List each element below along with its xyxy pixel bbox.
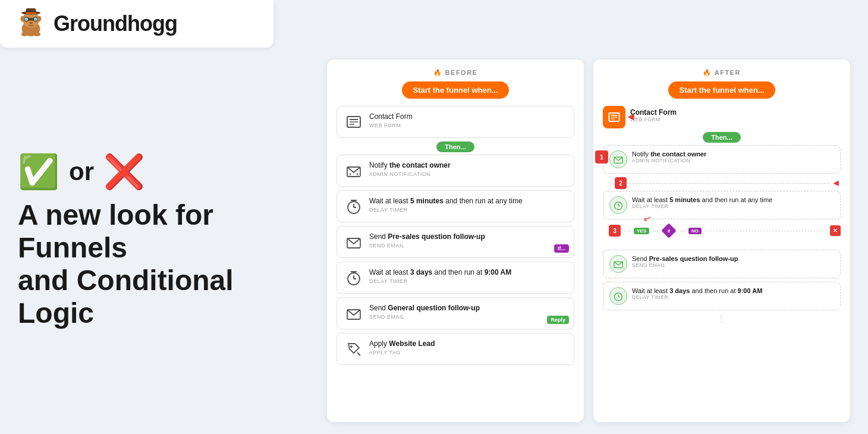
after-presales-subtitle: SEND EMAIL	[632, 262, 738, 268]
before-wait3-subtitle: DELAY TIMER	[369, 278, 567, 284]
wait3-icon	[344, 268, 363, 287]
after-wait5-title: Wait at least 5 minutes and then run at …	[632, 196, 772, 203]
svg-rect-4	[26, 12, 36, 14]
svg-point-9	[21, 16, 25, 22]
dash-1	[624, 231, 631, 231]
after-wait3-subtitle: DELAY TIMER	[632, 294, 762, 300]
red-arrow-1: ◄	[625, 111, 636, 123]
before-notify-title: Notify the contact owner	[369, 161, 567, 171]
step-num-2: 2	[615, 177, 627, 189]
headline-line1: A new look for Funnels and Conditional L…	[18, 199, 315, 330]
before-general-title: Send General question follow-up	[369, 304, 567, 313]
svg-point-6	[24, 17, 29, 21]
step-num-1: 1	[595, 150, 608, 163]
logo-text: Groundhogg	[54, 11, 177, 36]
before-wait5-subtitle: DELAY TIMER	[369, 207, 567, 213]
headline: ✅ or ❌ A new look for Funnels and Condit…	[18, 152, 315, 330]
right-panel: 🔥 BEFORE Start the funnel when... Contac…	[327, 59, 850, 422]
before-presales-subtitle: SEND EMAIL	[369, 243, 567, 249]
before-step-wait5: Wait at least 5 minutes and then run at …	[336, 190, 574, 222]
applytag-icon	[344, 339, 363, 358]
before-step-contact-form-content: Contact Form WEB FORM	[369, 112, 567, 128]
svg-point-7	[33, 17, 37, 21]
red-arrow-2: ◄	[831, 178, 841, 188]
wait5-icon	[344, 197, 363, 216]
before-presales-title: Send Pre-sales question follow-up	[369, 232, 567, 242]
after-contact-form-subtitle: WEB FORM	[630, 117, 841, 122]
before-step-applytag: Apply Website Lead APPLY TAG	[336, 333, 574, 365]
notify-icon	[344, 161, 363, 180]
svg-point-10	[37, 16, 42, 22]
after-notify-icon	[609, 150, 627, 168]
before-step-notify: Notify the contact owner ADMIN NOTIFICAT…	[336, 155, 574, 187]
presales-icon	[344, 232, 363, 251]
after-notify-title: Notify the contact owner	[632, 150, 706, 158]
bottom-dots: ⋮	[603, 314, 841, 323]
x-emoji: ❌	[103, 152, 145, 191]
or-text: or	[69, 158, 94, 186]
dash-connector-2	[629, 183, 829, 184]
svg-line-33	[357, 353, 360, 356]
before-step-wait3: Wait at least 3 days and then run at 9:0…	[336, 262, 574, 294]
before-contact-form-title: Contact Form	[369, 112, 567, 122]
before-step-wait5-content: Wait at least 5 minutes and then run at …	[369, 197, 567, 213]
svg-point-12	[34, 32, 40, 36]
x-badge: ✕	[830, 225, 841, 236]
after-presales-content: Send Pre-sales question follow-up SEND E…	[632, 255, 738, 268]
before-notify-subtitle: ADMIN NOTIFICATION	[369, 171, 567, 177]
before-column: 🔥 BEFORE Start the funnel when... Contac…	[327, 59, 584, 422]
after-contact-form-title: Contact Form	[630, 108, 841, 117]
step-num-3: 3	[609, 225, 621, 237]
after-column: 🔥 AFTER Start the funnel when... ◄ Conta…	[593, 59, 850, 422]
before-step-presales-content: Send Pre-sales question follow-up SEND E…	[369, 232, 567, 249]
dash-4	[705, 231, 827, 231]
yes-label: YES	[634, 228, 649, 234]
after-then-label: Then...	[703, 132, 740, 143]
after-start-button[interactable]: Start the funnel when...	[668, 81, 775, 99]
check-emoji: ✅	[18, 152, 59, 191]
before-step-wait3-content: Wait at least 3 days and then run at 9:0…	[369, 268, 567, 284]
step-2-connector: 2 ◄	[615, 177, 841, 189]
before-step-contact-form: Contact Form WEB FORM	[336, 106, 574, 138]
after-label: 🔥 AFTER	[603, 69, 841, 77]
before-contact-form-subtitle: WEB FORM	[369, 122, 567, 128]
after-step-presales: Send Pre-sales question follow-up SEND E…	[603, 250, 841, 278]
check-x-row: ✅ or ❌	[18, 152, 315, 191]
after-wait3-icon	[609, 287, 627, 305]
left-panel: ✅ or ❌ A new look for Funnels and Condit…	[18, 59, 315, 422]
before-then-label: Then...	[436, 141, 474, 152]
after-presales-icon	[609, 255, 627, 273]
before-general-subtitle: SEND EMAIL	[369, 314, 567, 320]
contact-form-icon	[344, 112, 363, 131]
before-step-general-content: Send General question follow-up SEND EMA…	[369, 304, 567, 320]
before-step-general: Send General question follow-up SEND EMA…	[336, 297, 574, 329]
before-step-notify-content: Notify the contact owner ADMIN NOTIFICAT…	[369, 161, 567, 177]
after-wait3-title: Wait at least 3 days and then run at 9:0…	[632, 287, 762, 294]
conditional-logic-row: 3 YES If NO ✕	[603, 223, 841, 238]
header-logo: Groundhogg	[0, 0, 273, 48]
if-badge: If...	[554, 244, 569, 253]
svg-point-32	[350, 345, 353, 348]
svg-point-11	[21, 32, 28, 36]
before-start-button[interactable]: Start the funnel when...	[402, 81, 508, 99]
after-contact-form-content: Contact Form WEB FORM	[630, 106, 841, 122]
before-step-presales: Send Pre-sales question follow-up SEND E…	[336, 226, 574, 258]
after-wait5-content: Wait at least 5 minutes and then run at …	[632, 196, 772, 209]
before-label: 🔥 BEFORE	[336, 69, 574, 77]
after-step-notify: 1 Notify the contact owner ADMIN NOTIFIC…	[603, 145, 841, 174]
after-contact-form-icon-box	[603, 106, 625, 128]
after-step-wait3: Wait at least 3 days and then run at 9:0…	[603, 282, 841, 310]
groundhogg-mascot-icon	[14, 7, 48, 40]
after-notify-subtitle: ADMIN NOTIFICATION	[632, 158, 706, 163]
before-wait5-title: Wait at least 5 minutes and then run at …	[369, 197, 567, 206]
dash-2	[652, 231, 658, 231]
after-presales-title: Send Pre-sales question follow-up	[632, 255, 738, 262]
reply-badge: Reply	[547, 316, 569, 324]
after-notify-content: Notify the contact owner ADMIN NOTIFICAT…	[632, 150, 706, 163]
svg-point-8	[29, 22, 33, 24]
after-contact-form-row: ◄ Contact Form WEB FORM	[603, 106, 841, 128]
after-wait3-content: Wait at least 3 days and then run at 9:0…	[632, 287, 762, 300]
after-wait5-subtitle: DELAY TIMER	[632, 203, 772, 209]
before-wait3-title: Wait at least 3 days and then run at 9:0…	[369, 268, 567, 278]
before-applytag-subtitle: APPLY TAG	[369, 350, 567, 356]
